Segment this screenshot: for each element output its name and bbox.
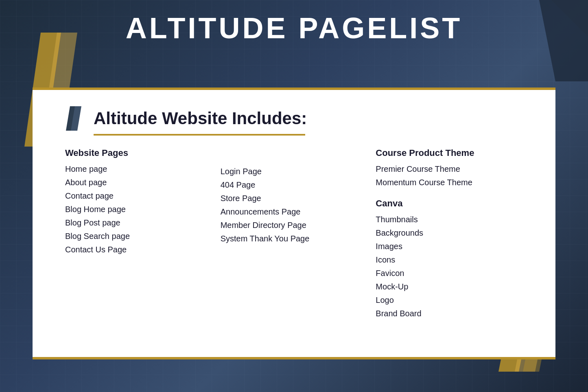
- col3-s2-item-2: Backgrounds: [376, 226, 523, 240]
- page-title: ALTITUDE PAGELIST: [0, 11, 588, 45]
- col2-item-1: Login Page: [221, 165, 368, 178]
- col1-item-6: Blog Search page: [65, 230, 212, 243]
- card-title: Altitude Website Includes:: [94, 110, 307, 127]
- card-header: Altitude Website Includes:: [65, 106, 531, 131]
- col1-item-7: Contact Us Page: [65, 243, 212, 256]
- col2-item-5: Member Directory Page: [221, 219, 368, 232]
- col3-s1-item-1: Premier Course Theme: [376, 162, 523, 176]
- col3-s2-item-1: Thumbnails: [376, 213, 523, 226]
- card-title-underline: [94, 134, 305, 136]
- col1-item-1: Home page: [65, 162, 212, 176]
- col-course-canva: Course Product Theme Premier Course Them…: [376, 148, 531, 320]
- col3-s2-item-3: Images: [376, 240, 523, 253]
- col1-item-4: Blog Home page: [65, 203, 212, 216]
- col2-item-2: 404 Page: [221, 178, 368, 192]
- col-website-pages: Website Pages Home page About page Conta…: [65, 148, 221, 320]
- col3-section2-header: Canva: [376, 198, 523, 209]
- col1-item-2: About page: [65, 176, 212, 189]
- col3-s2-item-4: Icons: [376, 253, 523, 267]
- columns-wrapper: Website Pages Home page About page Conta…: [65, 148, 531, 320]
- col1-header: Website Pages: [65, 148, 212, 158]
- col3-s2-item-8: Brand Board: [376, 307, 523, 320]
- col1-item-5: Blog Post page: [65, 216, 212, 230]
- col3-section1-header: Course Product Theme: [376, 148, 523, 158]
- col1-item-3: Contact page: [65, 189, 212, 203]
- card-slash-icon: [65, 106, 85, 131]
- col2-item-6: System Thank You Page: [221, 232, 368, 245]
- col3-s1-item-2: Momentum Course Theme: [376, 176, 523, 189]
- col3-s2-item-6: Mock-Up: [376, 280, 523, 293]
- col3-s2-item-5: Favicon: [376, 267, 523, 280]
- col2-item-3: Store Page: [221, 192, 368, 205]
- col2-item-4: Announcements Page: [221, 205, 368, 219]
- col3-s2-item-7: Logo: [376, 293, 523, 307]
- main-card: Altitude Website Includes: Website Pages…: [33, 88, 555, 359]
- col-more-pages: Login Page 404 Page Store Page Announcem…: [221, 148, 376, 320]
